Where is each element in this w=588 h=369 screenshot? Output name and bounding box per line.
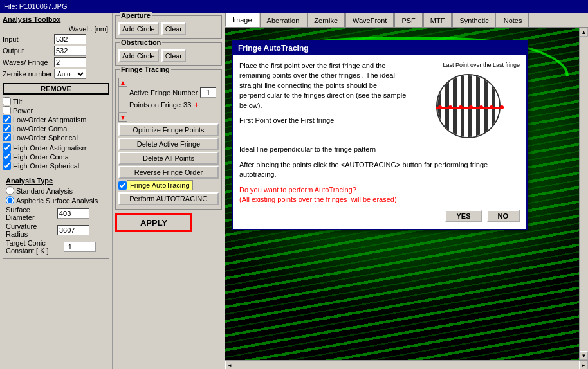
add-circle-obstruction-button[interactable]: Add Circle: [118, 50, 159, 62]
clear-aperture-button[interactable]: Clear: [161, 22, 186, 35]
diagram-dot: [490, 105, 493, 109]
low-coma-label: Low-Order Coma: [13, 125, 67, 132]
right-panel: Image Aberration Zernike WaveFront PSF M…: [225, 13, 588, 369]
tab-notes[interactable]: Notes: [497, 13, 529, 27]
analysis-type-header: Analysis Type: [6, 177, 106, 184]
tab-image[interactable]: Image: [225, 13, 259, 27]
low-astig-label: Low-Order Astigmatism: [13, 116, 86, 123]
standard-radio[interactable]: [6, 186, 14, 195]
low-astig-row: Low-Order Astigmatism: [3, 115, 109, 123]
tab-zernike[interactable]: Zernike: [307, 13, 345, 27]
autotracing-row: Fringe AutoTracing: [118, 180, 219, 190]
points-plus-icon[interactable]: +: [194, 100, 199, 110]
low-spherical-row: Low-Order Spherical: [3, 133, 109, 141]
fringe-scroll-up[interactable]: ▲: [118, 78, 127, 87]
dialog-text2: After placing the points click the <AUTO…: [239, 160, 520, 180]
diagram-dot: [479, 105, 483, 109]
active-fringe-row: Active Fringe Number: [129, 87, 219, 98]
waves-fringe-label: Waves/ Fringe: [3, 59, 54, 66]
scroll-left-btn[interactable]: ◄: [225, 361, 234, 369]
high-spherical-label: High-Order Spherical: [13, 162, 79, 170]
tab-aberration[interactable]: Aberration: [260, 13, 307, 27]
aspheric-radio[interactable]: [6, 196, 14, 204]
power-checkbox[interactable]: [3, 106, 11, 114]
horizontal-scrollbar[interactable]: ◄ ►: [225, 360, 588, 369]
high-astig-checkbox[interactable]: [3, 143, 11, 152]
low-astig-checkbox[interactable]: [3, 115, 11, 123]
analysis-type-section: Analysis Type Standard Analysis Aspheric…: [3, 174, 109, 259]
diagram: [417, 71, 520, 141]
points-value: 33: [183, 101, 191, 109]
tabs-bar: Image Aberration Zernike WaveFront PSF M…: [225, 13, 588, 28]
input-label: Input: [3, 35, 54, 43]
optimize-fringe-button[interactable]: Optimize Fringe Points: [118, 123, 219, 136]
output-row: Output: [3, 46, 109, 56]
scroll-right-btn[interactable]: ►: [579, 361, 588, 369]
power-row: Power: [3, 106, 109, 114]
tab-psf[interactable]: PSF: [394, 13, 422, 27]
active-fringe-input[interactable]: [200, 87, 216, 98]
fringe-scroll-down[interactable]: ▼: [118, 113, 127, 122]
diagram-dot: [459, 105, 463, 109]
aspheric-analysis-row: Aspheric Surface Analysis: [6, 196, 106, 204]
zernike-select[interactable]: Auto: [54, 69, 86, 79]
zernike-label: Zernike number: [3, 70, 54, 78]
target-conic-field[interactable]: [64, 242, 96, 252]
aperture-group: Aperture Add Circle Clear: [115, 15, 222, 39]
dialog-title: Fringe AutoTracing: [233, 42, 526, 55]
remove-button[interactable]: REMOVE: [3, 83, 109, 94]
perform-autotracing-button[interactable]: Perform AUTOTRACING: [118, 192, 219, 205]
high-coma-label: High-Order Coma: [13, 153, 69, 161]
target-conic-label: Target Conic Constant [ K ]: [6, 239, 64, 255]
tab-mtf[interactable]: MTF: [423, 13, 452, 27]
delete-active-fringe-button[interactable]: Delete Active Fringe: [118, 138, 219, 150]
obstruction-header: Obstruction: [120, 39, 162, 46]
no-button[interactable]: NO: [486, 210, 520, 222]
add-circle-aperture-button[interactable]: Add Circle: [118, 22, 159, 35]
high-coma-checkbox[interactable]: [3, 152, 11, 161]
low-coma-checkbox[interactable]: [3, 124, 11, 132]
autotracing-checkbox[interactable]: [118, 181, 127, 190]
fringe-tracing-header: Fringe Tracing: [120, 66, 171, 73]
active-fringe-label: Active Fringe Number: [129, 89, 198, 96]
waves-fringe-row: Waves/ Fringe: [3, 57, 109, 68]
curvature-radius-field[interactable]: [57, 225, 89, 235]
apply-button[interactable]: APPLY: [115, 213, 192, 232]
curvature-radius-row: Curvature Radius: [6, 222, 106, 238]
dialog-warning: Do you want to perform AutoTracing? (All…: [239, 185, 520, 205]
high-astig-label: High-Order Astigmatism: [13, 144, 88, 152]
diagram-dot: [438, 105, 442, 109]
power-label: Power: [13, 107, 33, 114]
surface-diameter-field[interactable]: [57, 208, 89, 219]
waves-fringe-field[interactable]: [54, 57, 86, 68]
autotracing-dialog: Fringe AutoTracing Place the first point…: [232, 40, 528, 230]
obstruction-group: Obstruction Add Circle Clear: [115, 42, 222, 66]
wavelength-header: WaveL. [nm]: [3, 25, 109, 33]
tilt-checkbox[interactable]: [3, 97, 11, 105]
high-spherical-checkbox[interactable]: [3, 161, 11, 170]
diagram-label-perpendicular: Ideal line perpendicular to the fringe p…: [239, 145, 410, 154]
diagram-dot: [448, 105, 452, 109]
input-row: Input: [3, 34, 109, 44]
tilt-label: Tilt: [13, 98, 22, 105]
delete-all-points-button[interactable]: Delete All Points: [118, 152, 219, 165]
left-panel: Analysis Toolbox WaveL. [nm] Input Outpu…: [0, 13, 113, 369]
diagram-label-first: First Point over the First fringe: [239, 116, 334, 124]
autotracing-label: Fringe AutoTracing: [127, 180, 193, 190]
clear-obstruction-button[interactable]: Clear: [161, 50, 186, 62]
input-field[interactable]: [54, 34, 86, 44]
yes-button[interactable]: YES: [445, 210, 482, 222]
low-spherical-label: Low-Order Spherical: [13, 134, 78, 141]
tab-wavefront[interactable]: WaveFront: [345, 13, 394, 27]
high-astig-row: High-Order Astigmatism: [3, 143, 109, 152]
low-spherical-checkbox[interactable]: [3, 133, 11, 141]
tilt-row: Tilt: [3, 97, 109, 105]
tab-synthetic[interactable]: Synthetic: [452, 13, 495, 27]
reverse-fringe-order-button[interactable]: Reverse Fringe Order: [118, 166, 219, 179]
output-field[interactable]: [54, 46, 86, 56]
output-label: Output: [3, 47, 54, 55]
middle-panel: Aperture Add Circle Clear Obstruction Ad…: [113, 13, 225, 369]
surface-diameter-label: Surface Diameter: [6, 206, 57, 221]
aspheric-label: Aspheric Surface Analysis: [16, 197, 98, 204]
standard-analysis-row: Standard Analysis: [6, 186, 106, 195]
